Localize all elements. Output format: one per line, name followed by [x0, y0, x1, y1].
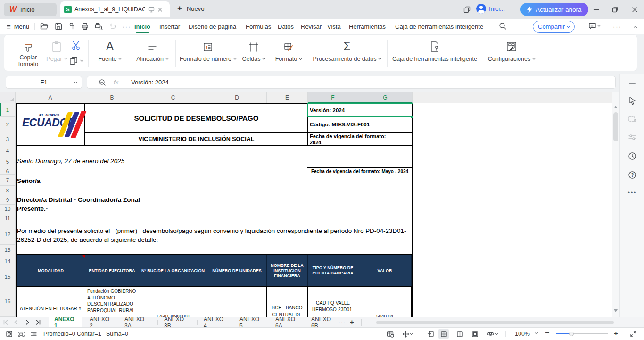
- column-header-e[interactable]: E: [267, 92, 308, 103]
- more-sheets-icon[interactable]: ···: [339, 319, 346, 326]
- table-header-entidad[interactable]: ENTIDAD EJECUTORA: [85, 255, 139, 286]
- menu-tab-vista[interactable]: Vista: [327, 19, 341, 34]
- vertical-scrollbar[interactable]: [612, 92, 619, 317]
- row-header-14[interactable]: 14: [0, 255, 16, 267]
- collapse-panel-icon[interactable]: [620, 78, 644, 89]
- sheet-tab-anexo6b[interactable]: ANEXO 6B: [305, 317, 337, 327]
- zoom-level[interactable]: 100%: [515, 331, 530, 337]
- table-header-ruc[interactable]: Nº RUC DE LA ORGANIZACION: [139, 255, 207, 286]
- print-preview-icon[interactable]: [95, 23, 103, 30]
- collapse-ribbon-icon[interactable]: [632, 25, 636, 29]
- prev-sheet-icon[interactable]: [13, 319, 19, 325]
- add-sheet-icon[interactable]: +: [350, 318, 354, 326]
- row-header-2[interactable]: 2: [0, 117, 16, 132]
- share-button[interactable]: Compartir: [533, 21, 575, 33]
- table-header-modalidad[interactable]: MODALIDAD: [17, 255, 85, 286]
- more-rail-icon[interactable]: •••: [620, 187, 644, 199]
- column-header-f[interactable]: F: [308, 92, 358, 103]
- cell-city-date[interactable]: Santo Domingo, 27 de enero del 2025: [17, 158, 253, 167]
- history-icon[interactable]: [620, 150, 644, 162]
- export-icon[interactable]: [68, 23, 75, 30]
- mobile-view-icon[interactable]: [425, 329, 436, 339]
- smart-toolbox-button[interactable]: Caja de herramientas inteligente: [391, 39, 479, 62]
- scroll-down-arrow[interactable]: [614, 309, 618, 312]
- row-header-9[interactable]: 9: [0, 195, 16, 205]
- scroll-up-arrow[interactable]: [614, 106, 618, 108]
- fill-handle[interactable]: [411, 116, 413, 118]
- cell-body-paragraph[interactable]: Por medio del presente solicito el _(pri…: [17, 226, 411, 245]
- sheet-tab-anexo3a[interactable]: ANEXO 3A: [119, 317, 157, 327]
- menu-tab-inicio[interactable]: Inicio: [134, 19, 150, 34]
- select-all-corner[interactable]: [0, 92, 16, 103]
- sheet-tab-anexo4[interactable]: ANEXO 4: [198, 317, 232, 327]
- restore-button[interactable]: [609, 4, 620, 15]
- cut-icon[interactable]: [71, 39, 81, 52]
- chevron-down-icon[interactable]: [535, 331, 538, 334]
- cell-validity[interactable]: Fecha de vigencia del formato: 2024: [310, 133, 411, 145]
- menu-tab-diseno[interactable]: Diseño de página: [189, 19, 236, 34]
- open-file-icon[interactable]: [40, 23, 49, 30]
- cell-cuenta[interactable]: GAD PQ VALLE HERMOSO-23D01-: [308, 287, 358, 317]
- outline-icon[interactable]: [28, 329, 39, 339]
- menu-tab-herramientas[interactable]: Herramientas: [349, 19, 386, 34]
- sheet-tab-anexo2[interactable]: ANEXO 2: [84, 317, 117, 327]
- number-format-menu[interactable]: 1 Formato de número: [179, 39, 237, 62]
- cursor-select-icon[interactable]: [620, 95, 644, 106]
- row-header-7[interactable]: 7: [0, 175, 16, 186]
- column-header-c[interactable]: C: [139, 92, 207, 103]
- new-document-button[interactable]: + Nuevo: [177, 4, 205, 13]
- row-header-4[interactable]: 4: [0, 146, 16, 156]
- table-header-valor[interactable]: VALOR: [358, 255, 412, 286]
- column-header-g[interactable]: G: [358, 92, 413, 103]
- column-header-a[interactable]: A: [16, 92, 85, 103]
- normal-view-icon[interactable]: [438, 329, 449, 339]
- row-header-3[interactable]: 3: [0, 132, 16, 146]
- copy-format-button[interactable]: Copiar formato: [10, 39, 47, 67]
- row-header-13[interactable]: 13: [0, 245, 16, 255]
- menu-tab-revisar[interactable]: Revisar: [301, 19, 322, 34]
- cell-entidad[interactable]: Fundación GOBIERNO AUTÓNOMO DESCENTRALIZ…: [85, 287, 139, 317]
- formula-input[interactable]: fx Versión: 2024: [87, 76, 616, 89]
- cell-code[interactable]: Código: MIES-VIS-F001: [310, 118, 411, 131]
- row-header-1[interactable]: 1: [0, 103, 16, 117]
- zoom-slider-track-right[interactable]: [571, 333, 608, 334]
- row-header-10[interactable]: 10: [0, 205, 16, 213]
- column-header-d[interactable]: D: [207, 92, 267, 103]
- window-tabs-icon[interactable]: [461, 4, 472, 15]
- minimize-button[interactable]: [590, 4, 602, 15]
- cell-institucion[interactable]: BCE - BANCO CENTRAL DE: [267, 287, 308, 317]
- format-menu[interactable]: Formato: [272, 39, 305, 62]
- help-icon[interactable]: ?: [620, 169, 644, 181]
- save-icon[interactable]: [55, 23, 62, 30]
- row-header-16[interactable]: 16: [0, 286, 16, 317]
- sheet-tab-anexo1[interactable]: ANEXO 1: [49, 317, 82, 327]
- sheet-tab-anexo5[interactable]: ANEXO 5: [234, 317, 268, 327]
- table-header-institucion[interactable]: NOMBRE DE LA INSTITUCION FINANCIERA: [267, 255, 308, 286]
- table-header-unidades[interactable]: NÚMERO DE UNIDADES: [207, 255, 267, 286]
- row-header-11[interactable]: 11: [0, 213, 16, 224]
- data-processing-menu[interactable]: Σ Procesamiento de datos: [312, 39, 382, 62]
- sheet-tab-anexo3b[interactable]: ANEXO 3B: [158, 317, 196, 327]
- fullscreen-icon[interactable]: [628, 329, 638, 339]
- next-sheet-icon[interactable]: [25, 319, 30, 325]
- zoom-formula-icon[interactable]: [99, 79, 106, 86]
- last-sheet-icon[interactable]: [35, 319, 41, 325]
- print-icon[interactable]: [81, 23, 89, 30]
- menu-label[interactable]: Menú: [14, 23, 30, 30]
- search-icon[interactable]: [499, 22, 507, 30]
- cell-salutation[interactable]: Señor/a: [17, 177, 158, 186]
- paste-button[interactable]: Pegar: [46, 39, 67, 62]
- sheet-tab-anexo6a[interactable]: ANEXO 6A: [270, 317, 304, 327]
- reading-mode-icon[interactable]: [485, 329, 500, 339]
- zoom-in-icon[interactable]: +: [614, 329, 618, 337]
- cell-unidades[interactable]: -: [207, 287, 267, 317]
- close-document-icon[interactable]: [157, 7, 163, 12]
- menu-tab-caja-inteligente[interactable]: Caja de herramientas inteligente: [395, 19, 483, 34]
- table-header-cuenta[interactable]: TIPO Y NÚMERO DE CUENTA BANCARIA: [308, 255, 358, 286]
- more-menu-icon[interactable]: ···: [613, 23, 622, 30]
- macro-icon[interactable]: [16, 329, 26, 339]
- document-tab[interactable]: S Anexos_1_al_9_LIQUIDACIONE: [60, 1, 170, 17]
- menu-tab-formulas[interactable]: Fórmulas: [246, 19, 271, 34]
- hamburger-menu-icon[interactable]: ≡: [7, 23, 11, 31]
- cell-title[interactable]: SOLICITUD DE DESEMBOLSO/PAGO: [85, 104, 307, 132]
